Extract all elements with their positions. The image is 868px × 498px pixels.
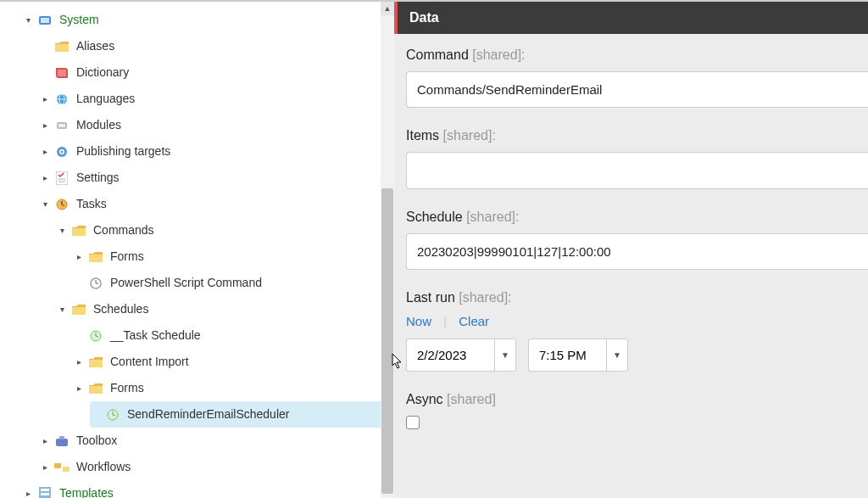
chevron-right-icon[interactable]: ▸ (73, 251, 85, 263)
chevron-right-icon[interactable]: ▸ (39, 172, 51, 184)
chevron-right-icon[interactable]: ▸ (39, 120, 51, 131)
date-dropdown-button[interactable]: ▼ (494, 339, 516, 372)
tree-item-label: Modules (76, 112, 121, 138)
time-group: ▼ (528, 339, 628, 372)
chevron-down-icon: ▼ (501, 350, 509, 360)
clock-icon (54, 197, 70, 212)
tree-item-languages[interactable]: ▸ Languages (8, 86, 394, 112)
tree-item-label: Aliases (76, 33, 114, 59)
svg-rect-11 (56, 171, 68, 185)
chevron-down-icon[interactable]: ▾ (22, 14, 34, 26)
svg-rect-26 (56, 439, 68, 446)
scrollbar-thumb[interactable] (381, 188, 393, 494)
svg-rect-7 (58, 124, 65, 127)
expander-empty (73, 330, 85, 342)
svg-rect-31 (41, 489, 49, 491)
field-label: Schedule [shared]: (406, 210, 868, 225)
datetime-row: ▼ ▼ (406, 339, 868, 372)
fields-container: Command [shared]: Items [shared]: Schedu… (394, 34, 868, 429)
tree-item-publishing-targets[interactable]: ▸ Publishing targets (8, 138, 394, 165)
tree-item-dictionary[interactable]: Dictionary (8, 59, 394, 86)
tree-item-send-reminder-email-scheduler[interactable]: SendReminderEmailScheduler (90, 401, 394, 428)
schedule-input[interactable] (406, 233, 868, 270)
scroll-up-arrow-icon[interactable]: ▲ (381, 2, 394, 15)
svg-rect-27 (59, 436, 64, 439)
label-text: Schedule (406, 210, 463, 224)
tree-item-task-schedule[interactable]: __Task Schedule (8, 322, 394, 349)
checklist-icon (54, 171, 70, 186)
tree-item-label: Toolbox (76, 428, 117, 454)
tree-item-forms[interactable]: ▸ Forms (8, 243, 394, 270)
time-dropdown-button[interactable]: ▼ (606, 339, 628, 372)
tree-item-powershell[interactable]: PowerShell Script Command (8, 270, 394, 296)
tree-item-label: PowerShell Script Command (110, 270, 262, 296)
chevron-right-icon[interactable]: ▸ (22, 488, 34, 499)
toolbox-icon (54, 434, 70, 449)
system-icon (37, 13, 53, 28)
tree-item-toolbox[interactable]: ▸ Toolbox (8, 428, 394, 454)
items-input[interactable] (406, 152, 868, 189)
section-header-data[interactable]: Data (394, 2, 868, 34)
field-command: Command [shared]: (406, 48, 868, 108)
label-text: Items (406, 128, 439, 143)
folder-icon (88, 355, 103, 370)
tree-item-label: Languages (76, 86, 135, 112)
tree-item-label: Commands (93, 217, 154, 243)
chevron-right-icon[interactable]: ▸ (39, 146, 51, 158)
field-schedule: Schedule [shared]: (406, 210, 868, 270)
label-text: Async (406, 392, 443, 406)
chevron-down-icon[interactable]: ▾ (39, 199, 51, 210)
tree-item-system[interactable]: ▾ System (8, 7, 394, 33)
date-group: ▼ (406, 339, 516, 372)
expander-empty (73, 277, 85, 289)
clear-link[interactable]: Clear (459, 314, 489, 328)
command-input[interactable] (406, 71, 868, 108)
tree-item-label: Templates (59, 480, 114, 498)
tree-item-modules[interactable]: ▸ Modules (8, 112, 394, 138)
shared-tag: [shared] (466, 210, 515, 224)
tree-item-label: Content Import (110, 349, 189, 375)
chevron-down-icon: ▼ (613, 350, 621, 360)
now-link[interactable]: Now (406, 314, 431, 328)
data-section-pane: Data Command [shared]: Items [shared]: (394, 0, 868, 498)
label-text: Command (406, 48, 469, 62)
schedule-icon (105, 407, 120, 422)
chevron-down-icon[interactable]: ▾ (56, 225, 68, 237)
tree-item-label: Dictionary (76, 59, 129, 86)
module-icon (54, 118, 70, 133)
date-input[interactable] (406, 339, 494, 372)
schedule-icon (88, 328, 103, 344)
tree-item-tasks[interactable]: ▾ Tasks (8, 191, 394, 217)
tree-item-settings[interactable]: ▸ Settings (8, 165, 394, 191)
svg-rect-1 (41, 18, 49, 23)
chevron-right-icon[interactable]: ▸ (39, 435, 51, 447)
field-last-run: Last run [shared]: Now | Clear ▼ (406, 290, 868, 372)
chevron-right-icon[interactable]: ▸ (39, 462, 51, 473)
tree-item-forms-2[interactable]: ▸ Forms (8, 375, 394, 401)
tree-item-workflows[interactable]: ▸ Workflows (8, 454, 394, 480)
folder-icon (54, 39, 70, 54)
chevron-right-icon[interactable]: ▸ (73, 356, 85, 368)
time-input[interactable] (528, 339, 606, 372)
tree-item-schedules[interactable]: ▾ Schedules (8, 296, 394, 322)
folder-icon (88, 381, 103, 396)
field-label: Command [shared]: (406, 48, 868, 63)
field-label: Last run [shared]: (406, 290, 868, 305)
tree-item-label: System (59, 7, 99, 33)
async-checkbox[interactable] (406, 416, 420, 429)
expander-empty (39, 67, 51, 79)
content-tree: ▾ System Aliases Dictionary (0, 2, 394, 498)
tree-item-label: Publishing targets (76, 138, 170, 165)
tree-item-templates[interactable]: ▸ Templates (8, 480, 394, 498)
folder-icon (71, 302, 86, 317)
clock-simple-icon (88, 276, 103, 291)
vertical-scrollbar[interactable]: ▲ (381, 2, 394, 498)
chevron-down-icon[interactable]: ▾ (56, 304, 68, 316)
tree-item-commands[interactable]: ▾ Commands (8, 217, 394, 243)
chevron-right-icon[interactable]: ▸ (73, 383, 85, 394)
chevron-right-icon[interactable]: ▸ (39, 93, 51, 105)
tree-item-content-import[interactable]: ▸ Content Import (8, 349, 394, 375)
svg-rect-32 (41, 493, 49, 495)
shared-tag: [shared] (447, 392, 496, 406)
tree-item-aliases[interactable]: Aliases (8, 33, 394, 59)
